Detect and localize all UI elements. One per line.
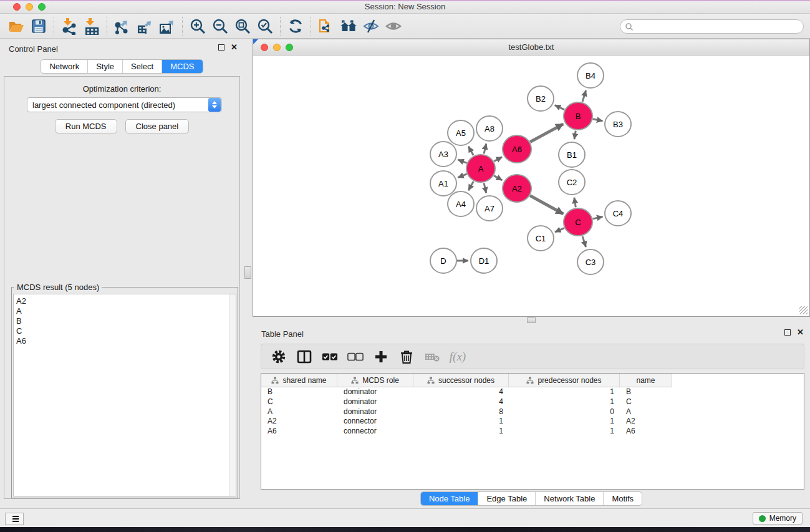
edge-A-A5[interactable] [468, 147, 473, 155]
node-A3[interactable]: A3 [430, 142, 456, 167]
hide-selected-button[interactable] [360, 16, 382, 37]
zoom-out-button[interactable] [209, 16, 231, 37]
cell-successor-nodes[interactable]: 4 [413, 387, 509, 397]
edge-A-A8[interactable] [484, 143, 486, 153]
table-row[interactable]: Bdominator41B [261, 387, 804, 397]
mcds-result-item[interactable]: A6 [14, 336, 236, 346]
select-all-icon[interactable] [322, 349, 338, 365]
cell-predecessor-nodes[interactable]: 1 [509, 427, 620, 436]
mcds-result-item[interactable]: A2 [14, 296, 236, 306]
first-neighbors-button[interactable] [337, 16, 360, 37]
tab-node-table[interactable]: Node Table [421, 492, 479, 505]
maximize-window-button[interactable] [38, 3, 46, 11]
minimize-network-button[interactable] [273, 44, 281, 51]
network-window-titlebar[interactable]: testGlobe.txt [253, 39, 809, 56]
import-network-button[interactable] [58, 16, 80, 37]
edge-C-C3[interactable] [582, 236, 586, 247]
edge-A-A1[interactable] [458, 174, 467, 178]
task-history-button[interactable] [5, 513, 24, 525]
cell-successor-nodes[interactable]: 4 [413, 397, 509, 407]
node-A[interactable]: A [466, 155, 495, 182]
divider-handle[interactable] [527, 317, 536, 323]
close-panel-button[interactable]: Close panel [125, 119, 190, 133]
edge-A6-B[interactable] [530, 124, 563, 142]
edge-C-C1[interactable] [555, 228, 564, 233]
cell-name[interactable]: A6 [620, 427, 672, 436]
export-network-button[interactable] [111, 16, 133, 37]
zoom-fit-button[interactable] [231, 16, 254, 37]
close-network-button[interactable] [261, 44, 268, 51]
node-B2[interactable]: B2 [528, 86, 554, 111]
node-A5[interactable]: A5 [448, 120, 474, 145]
node-B4[interactable]: B4 [577, 63, 604, 88]
close-window-button[interactable] [13, 3, 21, 11]
cell-MCDS-role[interactable]: dominator [337, 397, 413, 407]
trash-icon[interactable] [398, 349, 415, 365]
edge-B-B3[interactable] [593, 119, 603, 121]
cell-shared-name[interactable]: C [261, 397, 337, 407]
node-C4[interactable]: C4 [605, 201, 631, 226]
open-session-button[interactable] [5, 16, 27, 37]
column-header-predecessor-nodes[interactable]: predecessor nodes [509, 374, 620, 387]
table-row[interactable]: A6connector11A6 [261, 427, 804, 437]
cell-predecessor-nodes[interactable]: 1 [509, 387, 620, 397]
optimization-criterion-dropdown[interactable]: largest connected component (directed) [27, 97, 222, 112]
deselect-all-icon[interactable] [347, 349, 364, 365]
zoom-in-button[interactable] [186, 16, 209, 37]
search-box[interactable] [620, 19, 804, 34]
maximize-network-button[interactable] [286, 44, 293, 51]
scrollbar-track[interactable] [229, 294, 236, 496]
divider-handle[interactable] [244, 266, 251, 279]
edge-B-B4[interactable] [582, 90, 586, 102]
cell-name[interactable]: A2 [620, 417, 672, 426]
column-header-MCDS-role[interactable]: MCDS role [337, 374, 413, 387]
mcds-result-item[interactable]: C [14, 326, 236, 336]
cell-predecessor-nodes[interactable]: 1 [509, 397, 620, 407]
cell-shared-name[interactable]: A2 [261, 417, 337, 426]
cell-successor-nodes[interactable]: 1 [413, 417, 509, 426]
tab-style[interactable]: Style [88, 60, 123, 73]
edge-C-C2[interactable] [574, 198, 576, 208]
cell-successor-nodes[interactable]: 8 [413, 407, 509, 417]
cell-MCDS-role[interactable]: connector [337, 417, 413, 426]
run-mcds-button[interactable]: Run MCDS [55, 119, 117, 133]
float-panel-icon[interactable] [218, 44, 224, 51]
gear-icon[interactable] [271, 349, 287, 365]
cell-shared-name[interactable]: A6 [261, 427, 337, 436]
search-input[interactable] [634, 21, 803, 32]
save-session-button[interactable] [27, 16, 50, 37]
node-B[interactable]: B [564, 102, 592, 130]
tab-network[interactable]: Network [41, 60, 88, 73]
close-panel-icon[interactable]: ✕ [797, 329, 804, 336]
node-A4[interactable]: A4 [448, 191, 474, 216]
cell-MCDS-role[interactable]: dominator [337, 407, 413, 417]
edge-B-B2[interactable] [555, 105, 565, 110]
node-C2[interactable]: C2 [559, 170, 585, 195]
edge-A-A2[interactable] [494, 176, 502, 180]
node-D1[interactable]: D1 [471, 248, 497, 273]
column-header-successor-nodes[interactable]: successor nodes [413, 374, 509, 387]
node-B1[interactable]: B1 [559, 142, 585, 167]
export-table-button[interactable] [133, 16, 156, 37]
cell-MCDS-role[interactable]: dominator [337, 387, 413, 397]
table-row[interactable]: Adominator80A [261, 407, 804, 417]
cell-name[interactable]: A [620, 407, 672, 417]
node-table[interactable]: shared nameMCDS rolesuccessor nodesprede… [261, 373, 804, 490]
edge-A-A7[interactable] [484, 183, 486, 193]
column-header-name[interactable]: name [620, 374, 672, 387]
cell-shared-name[interactable]: B [261, 387, 337, 397]
memory-button[interactable]: Memory [753, 512, 803, 525]
cell-shared-name[interactable]: A [261, 407, 337, 417]
edge-B-B1[interactable] [574, 131, 576, 140]
mcds-result-item[interactable]: A [14, 306, 236, 316]
horizontal-split-divider[interactable] [253, 317, 810, 324]
cell-predecessor-nodes[interactable]: 0 [509, 407, 620, 417]
edge-A2-C[interactable] [530, 196, 563, 214]
tab-edge-table[interactable]: Edge Table [478, 492, 536, 505]
minimize-window-button[interactable] [26, 3, 33, 11]
node-C1[interactable]: C1 [528, 226, 554, 251]
import-table-button[interactable] [80, 16, 103, 37]
cell-predecessor-nodes[interactable]: 1 [509, 417, 620, 426]
cell-MCDS-role[interactable]: connector [337, 427, 413, 436]
edge-A-A3[interactable] [458, 160, 466, 163]
